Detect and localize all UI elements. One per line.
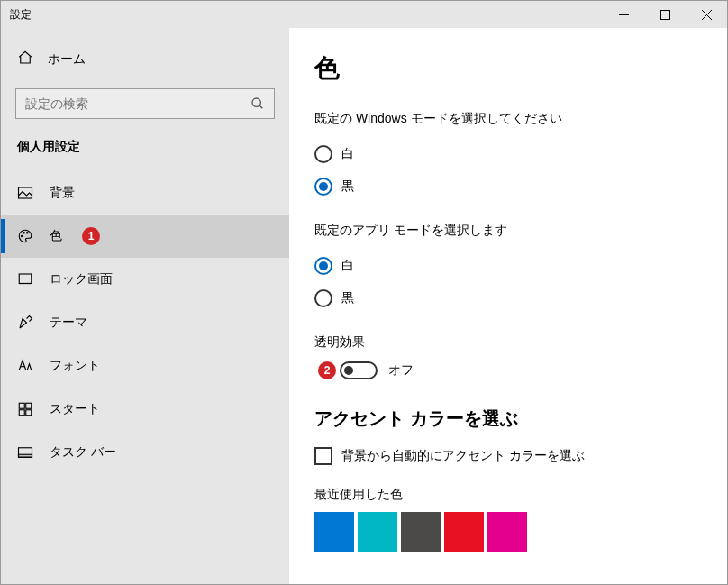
minimize-button[interactable] (603, 1, 644, 28)
radio-label: 白 (341, 258, 354, 274)
windows-mode-label: 既定の Windows モードを選択してください (314, 111, 702, 127)
home-link[interactable]: ホーム (1, 41, 289, 83)
title-bar: 設定 (1, 1, 727, 28)
color-swatch[interactable] (401, 512, 441, 552)
sidebar-item-label: フォント (50, 358, 100, 374)
radio-icon (314, 257, 332, 275)
sidebar-item-label: テーマ (50, 315, 87, 331)
radio-icon (314, 178, 332, 196)
accent-title: アクセント カラーを選ぶ (314, 407, 702, 431)
checkbox-label: 背景から自動的にアクセント カラーを選ぶ (341, 448, 585, 464)
sidebar-item-fonts[interactable]: フォント (1, 344, 289, 388)
sidebar-item-label: 背景 (50, 185, 75, 201)
annotation-badge-1: 1 (82, 227, 100, 245)
sidebar-item-themes[interactable]: テーマ (1, 301, 289, 344)
accent-auto-checkbox[interactable]: 背景から自動的にアクセント カラーを選ぶ (314, 447, 702, 465)
sidebar-item-lockscreen[interactable]: ロック画面 (1, 258, 289, 301)
color-swatch[interactable] (487, 512, 527, 552)
home-icon (17, 50, 33, 69)
svg-line-5 (259, 105, 262, 108)
recent-colors (314, 512, 702, 552)
sidebar-item-label: 色 (50, 228, 62, 244)
search-icon (250, 96, 265, 111)
svg-point-9 (27, 233, 29, 234)
start-icon (17, 401, 33, 417)
sidebar-item-start[interactable]: スタート (1, 388, 289, 431)
windows-mode-group: 白 黒 (314, 138, 702, 203)
search-input[interactable] (25, 96, 250, 111)
close-button[interactable] (686, 1, 727, 28)
palette-icon (17, 228, 33, 244)
theme-icon (17, 315, 33, 331)
radio-windows-light[interactable]: 白 (314, 138, 702, 170)
window-title: 設定 (1, 1, 41, 29)
radio-icon (314, 145, 332, 163)
section-title: 個人用設定 (1, 139, 289, 171)
svg-point-4 (252, 98, 260, 106)
color-swatch[interactable] (444, 512, 484, 552)
nav-list: 背景 色 1 ロック画面 (1, 171, 289, 474)
app-mode-group: 白 黒 (314, 250, 702, 315)
sidebar: ホーム 個人用設定 背景 (1, 28, 289, 584)
svg-rect-18 (19, 454, 32, 457)
app-mode-label: 既定のアプリ モードを選択します (314, 223, 702, 239)
radio-icon (314, 289, 332, 307)
content-pane: 色 既定の Windows モードを選択してください 白 黒 既定のアプリ モー… (289, 28, 727, 584)
sidebar-item-taskbar[interactable]: タスク バー (1, 431, 289, 474)
sidebar-item-background[interactable]: 背景 (1, 171, 289, 215)
sidebar-item-label: スタート (50, 401, 100, 417)
radio-label: 白 (341, 146, 354, 162)
transparency-row: 2 オフ (314, 361, 702, 379)
lockscreen-icon (17, 271, 33, 288)
svg-rect-13 (19, 403, 24, 408)
page-title: 色 (314, 51, 702, 86)
radio-label: 黒 (341, 178, 354, 195)
svg-rect-1 (660, 10, 669, 19)
toggle-knob (344, 366, 353, 375)
svg-rect-15 (19, 410, 24, 416)
transparency-toggle[interactable] (340, 361, 378, 379)
radio-app-light[interactable]: 白 (314, 250, 702, 282)
picture-icon (17, 185, 33, 201)
svg-rect-16 (26, 410, 32, 416)
recent-colors-label: 最近使用した色 (314, 487, 702, 503)
taskbar-icon (17, 444, 33, 461)
transparency-state: オフ (388, 362, 414, 379)
home-label: ホーム (48, 51, 86, 68)
checkbox-icon (314, 447, 332, 465)
radio-windows-dark[interactable]: 黒 (314, 170, 702, 203)
svg-point-8 (23, 233, 25, 234)
maximize-button[interactable] (644, 1, 686, 28)
color-swatch[interactable] (314, 512, 354, 552)
transparency-label: 透明効果 (314, 334, 702, 351)
svg-rect-14 (26, 403, 32, 408)
annotation-badge-2: 2 (318, 361, 336, 379)
svg-point-7 (22, 235, 23, 237)
radio-label: 黒 (341, 290, 354, 306)
svg-rect-10 (19, 274, 32, 284)
sidebar-item-label: ロック画面 (50, 271, 113, 288)
sidebar-item-label: タスク バー (50, 444, 116, 461)
search-box[interactable] (15, 88, 275, 119)
sidebar-item-colors[interactable]: 色 1 (1, 215, 289, 258)
color-swatch[interactable] (358, 512, 397, 552)
font-icon (17, 358, 33, 374)
radio-app-dark[interactable]: 黒 (314, 282, 702, 315)
